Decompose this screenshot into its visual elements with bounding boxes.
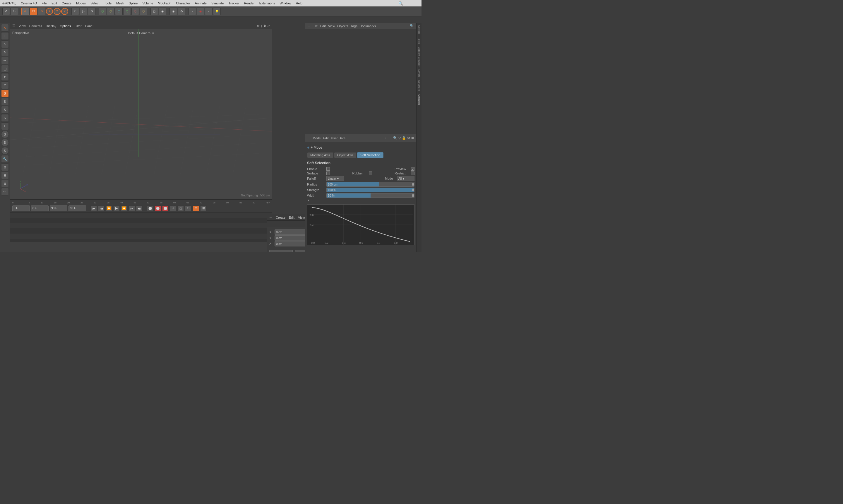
attr-settings-icon[interactable]: ⚙ [407, 136, 410, 140]
render-settings-button[interactable]: ◦ [205, 7, 213, 15]
objects-menu-icon[interactable]: ☰ [308, 24, 310, 28]
rotate-tool[interactable]: ↻ [1, 49, 9, 56]
menu-edit[interactable]: Edit [52, 1, 57, 5]
tag-button[interactable]: ⚙ [178, 7, 185, 15]
radius-slider[interactable]: 100 cm [326, 182, 414, 187]
layers-tab[interactable]: Layers [417, 68, 421, 78]
y-axis-button[interactable]: Y [54, 8, 60, 15]
poly-pen[interactable]: ✏ [1, 57, 9, 65]
objects-tags-menu[interactable]: Tags [351, 24, 357, 28]
menu-mesh[interactable]: Mesh [116, 1, 124, 5]
dollar2-tool[interactable]: $ [1, 139, 9, 146]
surface-checkbox[interactable] [326, 172, 330, 175]
rotate-tool-button[interactable]: ⟲ [38, 7, 46, 15]
radius-slider-handle[interactable] [412, 183, 414, 186]
menu-animate[interactable]: Animate [195, 1, 207, 5]
panel-menu-item[interactable]: Panel [85, 24, 93, 28]
objects-bookmarks-menu[interactable]: Bookmarks [360, 24, 376, 28]
goto-start-button[interactable]: ⏮ [90, 205, 97, 211]
cameras-menu-item[interactable]: Cameras [29, 24, 42, 28]
extrude[interactable]: ⬆ [1, 73, 9, 81]
width-slider[interactable]: 50 % [326, 193, 414, 198]
takes-tab[interactable]: Takes [417, 36, 421, 46]
dollar1-tool[interactable]: $ [1, 130, 9, 138]
play-button[interactable]: ▷ [79, 7, 87, 15]
tab-modeling-axis[interactable]: Modeling Axis [307, 152, 334, 158]
weld-tool[interactable]: S [1, 106, 9, 113]
objects-view-menu[interactable]: View [328, 24, 335, 28]
viewport-fullscreen-icon[interactable]: ⤢ [267, 24, 270, 28]
knife-tool[interactable]: S [1, 90, 9, 97]
menu-mograph[interactable]: MoGraph [158, 1, 171, 5]
x-axis-button[interactable]: X [46, 8, 53, 15]
attr-search-icon[interactable]: 🔍 [393, 136, 397, 140]
material-button[interactable]: ◉ [169, 7, 177, 15]
line-cut[interactable]: L [1, 122, 9, 130]
viewport-canvas[interactable]: Perspective Default Camera ⊕ [10, 29, 272, 199]
tab-soft-selection[interactable]: Soft Selection [357, 152, 383, 158]
menu-tracker[interactable]: Tracker [229, 1, 239, 5]
menu-render[interactable]: Render [244, 1, 255, 5]
viewport-icon2[interactable]: ↕ [261, 24, 263, 28]
structure-tab[interactable]: Structure [417, 79, 421, 92]
preview-checkbox[interactable] [411, 167, 414, 170]
attr-edit-menu[interactable]: Edit [323, 137, 329, 140]
content-browser-tab[interactable]: Content Browser [417, 46, 421, 68]
record-mode-button[interactable]: ⬤ [147, 205, 154, 211]
objects-edit-menu[interactable]: Edit [320, 24, 326, 28]
menu-select[interactable]: Select [90, 1, 100, 5]
record-key-button[interactable]: ⬤ [155, 205, 161, 211]
attr-forward-icon[interactable]: → [389, 136, 392, 140]
wrench-tool[interactable]: 🔧 [1, 155, 9, 163]
attr-mode-menu[interactable]: Mode [312, 137, 321, 140]
menu-cinema4d[interactable]: Cinema 4D [21, 1, 37, 5]
light-button[interactable]: ◉ [159, 7, 166, 15]
bridge-tool[interactable]: S [1, 98, 9, 105]
strength-slider[interactable]: 100 % [326, 187, 414, 192]
filter-menu-item[interactable]: Filter [74, 24, 82, 28]
object-mode-button[interactable]: □ [71, 7, 79, 15]
next-frame-button[interactable]: ⏭ [128, 205, 135, 211]
restrict-checkbox[interactable] [411, 172, 414, 175]
attr-menu-icon[interactable]: ☰ [308, 137, 310, 140]
play-button[interactable]: ▶ [113, 205, 120, 211]
light-bulb-button[interactable]: 💡 [213, 7, 221, 15]
bp-menu-icon[interactable]: ☰ [269, 215, 272, 219]
menu-window[interactable]: Window [280, 1, 291, 5]
select-key-button[interactable]: □ [177, 205, 184, 211]
sphere-button[interactable]: ⬡ [107, 7, 114, 15]
menu-modes[interactable]: Modes [76, 1, 86, 5]
render-view-button[interactable]: ◦ [189, 7, 196, 15]
grid2-tool[interactable]: ⊞ [1, 172, 9, 179]
autokey-button[interactable]: ⬤ [162, 205, 168, 211]
graph-area[interactable]: 0.8 0.4 0.0 0.2 0.4 0.6 0.8 1.0 [307, 204, 414, 245]
mode-dropdown[interactable]: All ▾ [397, 176, 414, 181]
objects-tab[interactable]: Objects [417, 24, 421, 35]
grid1-tool[interactable]: ⊞ [1, 163, 9, 171]
bp-view[interactable]: View [298, 216, 305, 219]
dollar3-tool[interactable]: $ [1, 147, 9, 155]
cube-button[interactable]: ⬡ [98, 7, 106, 15]
viewport-menu-icon[interactable]: ☰ [12, 24, 15, 28]
dope-sheet-button[interactable]: ⊕ [193, 205, 199, 211]
scale-tool-button[interactable]: ☐ [30, 7, 37, 15]
move-tool-button[interactable]: ⊕ [21, 7, 29, 15]
render-button[interactable]: ◉ [197, 7, 204, 15]
display-menu-item[interactable]: Display [46, 24, 56, 28]
objects-search-icon[interactable]: 🔍 [410, 24, 414, 28]
attr-filter-icon[interactable]: ▽ [398, 136, 401, 140]
loop-cut[interactable]: ◫ [1, 65, 9, 73]
options-menu-item[interactable]: Options [60, 24, 71, 28]
start-frame-input[interactable]: 0 F [12, 205, 30, 211]
menu-extensions[interactable]: Extensions [259, 1, 275, 5]
undo-button[interactable]: ↺ [2, 7, 10, 15]
menu-spline[interactable]: Spline [129, 1, 138, 5]
coordinate-system-dropdown[interactable]: World ▾ [269, 250, 293, 252]
bp-create[interactable]: Create [276, 216, 285, 219]
attr-back-icon[interactable]: ← [384, 136, 388, 140]
viewport-icon3[interactable]: ↻ [264, 24, 266, 28]
attr-userdata-menu[interactable]: User Data [331, 137, 346, 140]
viewport-icon1[interactable]: ⊕ [257, 24, 259, 28]
bevel[interactable]: ◸ [1, 82, 9, 89]
polygon-button[interactable]: ⬡ [115, 7, 123, 15]
